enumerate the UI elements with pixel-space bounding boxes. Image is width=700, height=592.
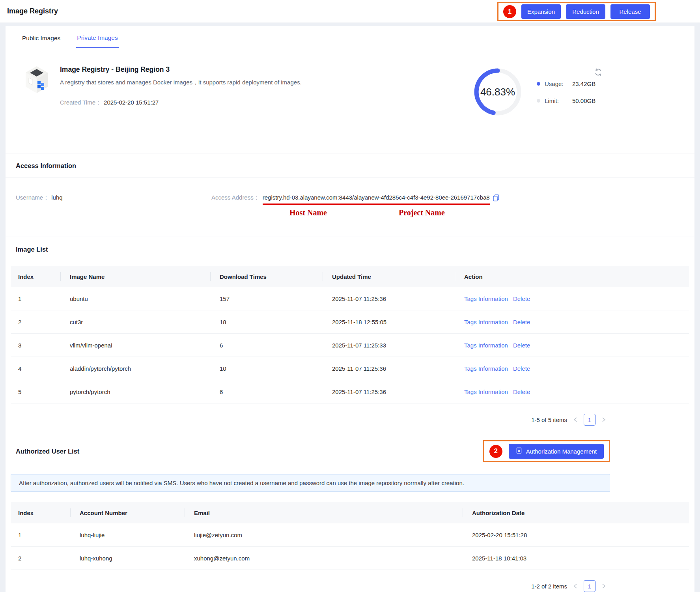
access-address-row: Access Address： registry.hd-03.alayanew.…	[211, 194, 499, 217]
image-table-header: Index Image Name Download Times Updated …	[11, 266, 689, 287]
topbar: Image Registry 1 Expansion Reduction Rel…	[0, 0, 700, 23]
row-account: luhq-xuhong	[70, 555, 185, 562]
authorized-user-pagination: 1-2 of 2 items 1	[6, 570, 694, 592]
pagination-summary: 1-5 of 5 items	[531, 416, 567, 423]
col-action: Action	[455, 273, 689, 280]
row-updated: 2025-11-07 11:25:36	[323, 388, 455, 395]
username-value: luhq	[51, 194, 62, 201]
annotation-badge-2: 2	[489, 445, 502, 458]
delete-link[interactable]: Delete	[513, 319, 530, 325]
limit-value: 50.00GB	[572, 97, 595, 104]
row-downloads: 6	[210, 342, 323, 349]
project-name-annotation: Project Name	[399, 208, 445, 217]
usage-label: Usage:	[545, 80, 567, 87]
col-updated-time: Updated Time	[323, 273, 455, 280]
tags-information-link[interactable]: Tags Information	[464, 388, 508, 395]
usage-dot	[537, 82, 540, 86]
image-list-pagination: 1-5 of 5 items 1	[6, 403, 694, 436]
reduction-button[interactable]: Reduction	[566, 4, 605, 19]
col-account-number: Account Number	[70, 510, 185, 516]
authorization-management-button[interactable]: Authorization Management	[509, 444, 604, 459]
row-date: 2025-11-18 10:41:03	[463, 555, 689, 562]
release-button[interactable]: Release	[610, 4, 650, 19]
delete-link[interactable]: Delete	[513, 342, 530, 349]
limit-dot	[537, 99, 540, 103]
row-email: liujie@zetyun.com	[185, 532, 463, 538]
row-index: 1	[11, 532, 70, 538]
prev-page-icon[interactable]	[573, 417, 577, 422]
page-number-button[interactable]: 1	[584, 580, 595, 592]
delete-link[interactable]: Delete	[513, 365, 530, 372]
page-title: Image Registry	[7, 7, 58, 15]
annotation-badge-1: 1	[503, 5, 516, 18]
table-row: 1 luhq-liujie liujie@zetyun.com 2025-02-…	[11, 523, 689, 547]
usage-legend: Usage: 23.42GB Limit: 50.00GB	[537, 80, 595, 114]
created-time-value: 2025-02-20 15:51:27	[104, 99, 159, 106]
expansion-button[interactable]: Expansion	[521, 4, 561, 19]
annotation-box-1: 1 Expansion Reduction Release	[497, 2, 656, 21]
image-list-title: Image List	[6, 237, 694, 261]
registry-name: Image Registry - Beijing Region 3	[60, 65, 302, 74]
tags-information-link[interactable]: Tags Information	[464, 342, 508, 349]
col-download-times: Download Times	[210, 273, 323, 280]
table-row: 4 aladdin/pytorch/pytorch 10 2025-11-07 …	[11, 357, 689, 380]
row-image-name: aladdin/pytorch/pytorch	[60, 365, 210, 372]
row-downloads: 18	[210, 319, 323, 325]
col-image-name: Image Name	[60, 273, 210, 280]
table-row: 2 cut3r 18 2025-11-18 12:55:05 Tags Info…	[11, 310, 689, 334]
row-image-name: vllm/vllm-openai	[60, 342, 210, 349]
host-name-annotation: Host Name	[289, 208, 327, 217]
legend-limit-row: Limit: 50.00GB	[537, 97, 595, 104]
row-index: 4	[11, 365, 60, 372]
tab-private-images[interactable]: Private Images	[76, 34, 118, 48]
limit-label: Limit:	[545, 97, 567, 104]
created-time-label: Created Time：	[60, 99, 101, 106]
row-account: luhq-liujie	[70, 532, 185, 538]
row-downloads: 10	[210, 365, 323, 372]
tags-information-link[interactable]: Tags Information	[464, 295, 508, 302]
row-image-name: ubuntu	[60, 295, 210, 302]
access-address-label: Access Address：	[211, 194, 259, 202]
row-index: 3	[11, 342, 60, 349]
delete-link[interactable]: Delete	[513, 388, 530, 395]
tags-information-link[interactable]: Tags Information	[464, 319, 508, 325]
main-card: Public Images Private Images Image	[6, 26, 694, 592]
row-updated: 2025-11-07 11:25:36	[323, 295, 455, 302]
access-information-title: Access Information	[6, 153, 694, 177]
access-information: Username：luhq Access Address： registry.h…	[6, 177, 694, 237]
col-index: Index	[11, 510, 70, 516]
pagination-summary: 1-2 of 2 items	[531, 583, 567, 590]
project-name-segment: alayanew-4fd285c4-c4f3-4e92-80ee-2616971…	[354, 194, 489, 205]
registry-cube-icon	[24, 65, 49, 106]
page-number-button[interactable]: 1	[584, 414, 595, 426]
authorized-user-header: Authorized User List 2 Authorization Man…	[6, 436, 694, 466]
document-gear-icon	[516, 447, 522, 455]
col-email: Email	[185, 510, 463, 516]
row-index: 1	[11, 295, 60, 302]
username-label: Username：	[16, 194, 49, 201]
authorized-user-list-title: Authorized User List	[16, 448, 79, 455]
next-page-icon[interactable]	[602, 417, 606, 422]
refresh-icon[interactable]	[594, 68, 603, 78]
delete-link[interactable]: Delete	[513, 295, 530, 302]
host-name-segment: registry.hd-03.alayanew.com:8443/	[263, 194, 354, 205]
row-image-name: pytorch/pytorch	[60, 388, 210, 395]
authorization-notice-banner: After authorization, authorized users wi…	[11, 474, 610, 492]
next-page-icon[interactable]	[602, 583, 606, 589]
divider	[6, 261, 694, 261]
row-updated: 2025-11-18 12:55:05	[323, 319, 455, 325]
tab-public-images[interactable]: Public Images	[21, 35, 61, 48]
image-list-table: Index Image Name Download Times Updated …	[11, 266, 689, 403]
copy-icon[interactable]	[493, 194, 499, 203]
usage-percent: 46.83%	[472, 66, 523, 118]
prev-page-icon[interactable]	[573, 583, 577, 589]
row-downloads: 6	[210, 388, 323, 395]
row-email: xuhong@zetyun.com	[185, 555, 463, 562]
tags-information-link[interactable]: Tags Information	[464, 365, 508, 372]
authorized-user-table: Index Account Number Email Authorization…	[11, 502, 689, 570]
registry-description: A registry that stores and manages Docke…	[60, 79, 302, 86]
row-index: 2	[11, 319, 60, 325]
row-index: 5	[11, 388, 60, 395]
row-downloads: 157	[210, 295, 323, 302]
access-address-value: registry.hd-03.alayanew.com:8443/ Host N…	[263, 194, 490, 217]
